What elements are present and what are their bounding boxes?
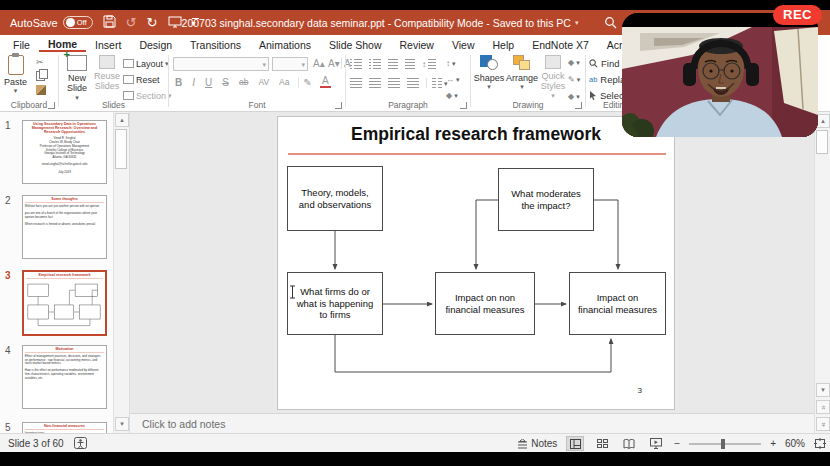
drawing-dialog-launcher-icon[interactable] bbox=[575, 102, 582, 109]
slide-editing-area[interactable]: Empirical research framework Theory, mod… bbox=[130, 112, 814, 413]
scroll-down-icon[interactable]: ▾ bbox=[115, 417, 129, 431]
text-direction-icon[interactable]: ↕▾ bbox=[446, 57, 460, 70]
box-what-moderates[interactable]: What moderates the impact? bbox=[498, 168, 594, 231]
fit-slide-to-window-icon[interactable] bbox=[814, 438, 826, 449]
thumb4-title: Motivation bbox=[25, 347, 104, 352]
view-normal-button[interactable] bbox=[566, 436, 584, 451]
layout-button[interactable]: Layout▾ bbox=[123, 57, 172, 70]
redo-icon[interactable]: ↻ bbox=[147, 16, 158, 29]
tab-review[interactable]: Review bbox=[391, 35, 443, 52]
justify-icon[interactable] bbox=[407, 78, 419, 88]
font-dialog-launcher-icon[interactable] bbox=[335, 102, 342, 109]
accessibility-icon[interactable] bbox=[74, 437, 87, 449]
slide-thumbnail-2[interactable]: Some thoughts Without facts you are just… bbox=[22, 195, 107, 259]
shape-outline-icon[interactable]: ✎▾ bbox=[568, 73, 580, 86]
copy-icon[interactable] bbox=[36, 71, 45, 81]
thumb2-body: Without facts you are just another perso… bbox=[25, 204, 104, 226]
columns-icon[interactable]: ▾ bbox=[426, 78, 448, 88]
slide-thumbnail-3-selected[interactable]: Empirical research framework bbox=[22, 270, 107, 336]
zoom-slider-thumb[interactable] bbox=[721, 439, 725, 449]
slide-number: 4 bbox=[5, 345, 11, 356]
underline-button[interactable]: U bbox=[203, 77, 214, 88]
paste-button[interactable]: Paste ▾ bbox=[4, 55, 27, 94]
zoom-in-button[interactable]: + bbox=[770, 438, 776, 449]
scrollbar-thumb[interactable] bbox=[115, 129, 127, 169]
char-spacing-icon[interactable]: AV bbox=[256, 77, 271, 87]
new-slide-button[interactable]: + New Slide ▾ bbox=[62, 55, 92, 101]
slide-title[interactable]: Empirical research framework bbox=[278, 124, 674, 145]
paragraph-dialog-launcher-icon[interactable] bbox=[460, 102, 467, 109]
tab-view[interactable]: View bbox=[443, 35, 484, 52]
numbering-icon[interactable] bbox=[369, 59, 381, 69]
paste-caret-icon[interactable]: ▾ bbox=[14, 87, 18, 94]
indent-icon[interactable] bbox=[405, 59, 415, 69]
autosave-toggle[interactable]: AutoSave Off bbox=[10, 16, 93, 29]
font-name-combo[interactable]: ▾ bbox=[173, 57, 269, 71]
italic-button[interactable]: I bbox=[190, 77, 197, 88]
webcam-overlay[interactable] bbox=[622, 13, 818, 137]
section-icon bbox=[123, 91, 134, 100]
box-what-firms-do[interactable]: What firms do or what is happening to fi… bbox=[287, 272, 383, 335]
present-icon[interactable] bbox=[168, 16, 182, 30]
outdent-icon[interactable] bbox=[388, 59, 398, 69]
title-caret-icon[interactable]: ▾ bbox=[575, 19, 579, 26]
text-shadow-icon[interactable]: ab bbox=[237, 77, 250, 87]
format-painter-icon[interactable] bbox=[36, 85, 46, 95]
view-reading-button[interactable] bbox=[620, 436, 638, 451]
shapes-button[interactable]: Shapes ▾ bbox=[473, 55, 505, 90]
slide-thumbnail-1[interactable]: Using Secondary Data in Operations Manag… bbox=[22, 120, 107, 184]
change-case-icon[interactable]: Aa bbox=[277, 77, 291, 87]
tab-slide-show[interactable]: Slide Show bbox=[320, 35, 391, 52]
align-center-icon[interactable] bbox=[369, 78, 381, 88]
view-slideshow-button[interactable] bbox=[647, 436, 665, 451]
qat-customize-icon[interactable]: ▾ bbox=[192, 18, 199, 28]
next-slide-icon[interactable]: » bbox=[816, 417, 830, 431]
scroll-down-icon[interactable]: ▾ bbox=[816, 383, 830, 397]
cut-icon[interactable]: ✂ bbox=[36, 57, 46, 67]
align-right-icon[interactable] bbox=[388, 78, 400, 88]
thumbnail-scrollbar[interactable]: ▴ ▾ bbox=[113, 112, 129, 433]
zoom-slider[interactable] bbox=[689, 443, 761, 445]
zoom-level[interactable]: 60% bbox=[785, 438, 805, 449]
bold-button[interactable]: B bbox=[173, 77, 184, 88]
scrollbar-thumb[interactable] bbox=[816, 130, 828, 154]
tab-transitions[interactable]: Transitions bbox=[181, 35, 250, 52]
notes-pane[interactable]: Click to add notes bbox=[130, 413, 814, 433]
line-spacing-icon[interactable]: ↕ bbox=[422, 59, 436, 69]
notes-toggle-button[interactable]: Notes bbox=[517, 438, 557, 449]
arrange-button[interactable]: Arrange ▾ bbox=[505, 55, 539, 90]
tab-animations[interactable]: Animations bbox=[250, 35, 320, 52]
tab-file[interactable]: File bbox=[4, 35, 39, 52]
box-impact-nonfinancial[interactable]: Impact on non financial measures bbox=[435, 272, 535, 335]
strikethrough-button[interactable]: S bbox=[220, 77, 231, 88]
font-size-combo[interactable]: ▾ bbox=[272, 57, 308, 71]
autosave-pill[interactable]: Off bbox=[63, 16, 93, 29]
save-icon[interactable] bbox=[103, 15, 116, 30]
scroll-up-icon[interactable]: ▴ bbox=[115, 113, 129, 127]
align-text-icon[interactable]: ↔▾ bbox=[446, 73, 460, 86]
slide-thumbnail-5[interactable]: Non-financial measures Inventory turns bbox=[22, 422, 107, 433]
zoom-out-button[interactable]: − bbox=[674, 438, 680, 449]
vertical-scrollbar[interactable]: ▴ ▾ » » bbox=[814, 112, 830, 433]
slide-thumbnail-4[interactable]: Motivation Effect of management practice… bbox=[22, 345, 107, 409]
box-impact-financial[interactable]: Impact on financial measures bbox=[569, 272, 666, 335]
notes-placeholder[interactable]: Click to add notes bbox=[142, 418, 225, 430]
group-paragraph: ↕ ▾ ↕▾ ↔▾ ◆▾ Paragraph bbox=[346, 52, 470, 111]
tab-help[interactable]: Help bbox=[484, 35, 524, 52]
bullets-icon[interactable] bbox=[350, 59, 362, 69]
highlight-button[interactable]: ✎ bbox=[298, 77, 314, 88]
font-color-button[interactable]: A bbox=[320, 76, 331, 88]
previous-slide-icon[interactable]: » bbox=[816, 400, 830, 414]
shape-fill-icon[interactable]: ◆▾ bbox=[568, 56, 580, 69]
box-theory-models[interactable]: Theory, models, and observations bbox=[287, 166, 383, 231]
search-icon[interactable] bbox=[600, 13, 620, 32]
tab-design[interactable]: Design bbox=[130, 35, 181, 52]
clipboard-dialog-launcher-icon[interactable] bbox=[48, 102, 55, 109]
tab-insert[interactable]: Insert bbox=[86, 35, 130, 52]
tab-endnote[interactable]: EndNote X7 bbox=[523, 35, 598, 52]
reset-button[interactable]: Reset bbox=[123, 73, 172, 86]
scroll-up-icon[interactable]: ▴ bbox=[816, 114, 830, 128]
view-slide-sorter-button[interactable] bbox=[593, 436, 611, 451]
align-left-icon[interactable] bbox=[350, 78, 362, 88]
slide-canvas[interactable]: Empirical research framework Theory, mod… bbox=[277, 116, 675, 410]
